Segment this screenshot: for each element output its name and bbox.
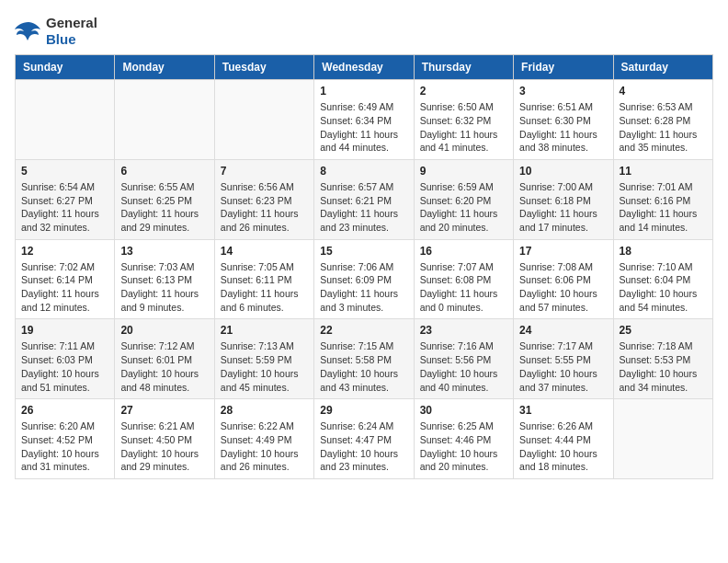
day-number: 27 [120, 404, 208, 417]
day-number: 31 [519, 404, 607, 417]
day-number: 19 [21, 324, 108, 337]
day-header-saturday: Saturday [613, 55, 712, 80]
day-info: Sunrise: 6:50 AMSunset: 6:32 PMDaylight:… [420, 100, 507, 155]
day-number: 20 [120, 324, 208, 337]
day-number: 29 [320, 404, 407, 417]
day-number: 10 [519, 165, 607, 178]
calendar-cell: 22Sunrise: 7:15 AMSunset: 5:58 PMDayligh… [314, 319, 414, 399]
calendar-cell: 29Sunrise: 6:24 AMSunset: 4:47 PMDayligh… [314, 399, 414, 479]
day-number: 17 [519, 245, 607, 258]
day-info: Sunrise: 7:11 AMSunset: 6:03 PMDaylight:… [21, 339, 108, 394]
day-info: Sunrise: 7:12 AMSunset: 6:01 PMDaylight:… [120, 339, 208, 394]
calendar-header-row: SundayMondayTuesdayWednesdayThursdayFrid… [16, 55, 713, 80]
calendar-cell: 12Sunrise: 7:02 AMSunset: 6:14 PMDayligh… [16, 239, 115, 319]
day-header-tuesday: Tuesday [214, 55, 313, 80]
day-info: Sunrise: 6:24 AMSunset: 4:47 PMDaylight:… [320, 419, 407, 474]
day-info: Sunrise: 7:16 AMSunset: 5:56 PMDaylight:… [420, 339, 507, 394]
calendar-week-row: 12Sunrise: 7:02 AMSunset: 6:14 PMDayligh… [16, 239, 713, 319]
calendar-cell: 16Sunrise: 7:07 AMSunset: 6:08 PMDayligh… [414, 239, 513, 319]
calendar-cell: 7Sunrise: 6:56 AMSunset: 6:23 PMDaylight… [214, 159, 313, 239]
calendar-week-row: 5Sunrise: 6:54 AMSunset: 6:27 PMDaylight… [16, 159, 713, 239]
day-info: Sunrise: 6:55 AMSunset: 6:25 PMDaylight:… [120, 180, 208, 235]
day-number: 22 [320, 324, 407, 337]
day-info: Sunrise: 6:49 AMSunset: 6:34 PMDaylight:… [320, 100, 407, 155]
day-number: 23 [420, 324, 507, 337]
calendar-cell: 9Sunrise: 6:59 AMSunset: 6:20 PMDaylight… [414, 159, 513, 239]
calendar-cell: 20Sunrise: 7:12 AMSunset: 6:01 PMDayligh… [115, 319, 214, 399]
calendar-cell: 10Sunrise: 7:00 AMSunset: 6:18 PMDayligh… [514, 159, 613, 239]
day-number: 16 [420, 245, 507, 258]
day-number: 11 [620, 165, 707, 178]
logo: General Blue [15, 15, 97, 47]
day-info: Sunrise: 6:57 AMSunset: 6:21 PMDaylight:… [320, 180, 407, 235]
day-number: 3 [519, 85, 607, 98]
day-info: Sunrise: 7:13 AMSunset: 5:59 PMDaylight:… [221, 339, 308, 394]
calendar-cell: 17Sunrise: 7:08 AMSunset: 6:06 PMDayligh… [514, 239, 613, 319]
day-number: 30 [420, 404, 507, 417]
day-info: Sunrise: 7:15 AMSunset: 5:58 PMDaylight:… [320, 339, 407, 394]
calendar-cell: 15Sunrise: 7:06 AMSunset: 6:09 PMDayligh… [314, 239, 414, 319]
calendar-cell [115, 80, 214, 160]
day-header-friday: Friday [514, 55, 613, 80]
day-info: Sunrise: 6:22 AMSunset: 4:49 PMDaylight:… [221, 419, 308, 474]
day-info: Sunrise: 6:54 AMSunset: 6:27 PMDaylight:… [21, 180, 108, 235]
day-number: 2 [420, 85, 507, 98]
day-info: Sunrise: 6:59 AMSunset: 6:20 PMDaylight:… [420, 180, 507, 235]
day-info: Sunrise: 7:18 AMSunset: 5:53 PMDaylight:… [620, 339, 707, 394]
day-number: 15 [320, 245, 407, 258]
day-info: Sunrise: 7:07 AMSunset: 6:08 PMDaylight:… [420, 260, 507, 315]
day-info: Sunrise: 7:03 AMSunset: 6:13 PMDaylight:… [120, 260, 208, 315]
calendar-cell: 19Sunrise: 7:11 AMSunset: 6:03 PMDayligh… [16, 319, 115, 399]
logo-blue-text: Blue [46, 31, 76, 47]
calendar-cell: 26Sunrise: 6:20 AMSunset: 4:52 PMDayligh… [16, 399, 115, 479]
day-number: 26 [21, 404, 108, 417]
calendar-cell: 30Sunrise: 6:25 AMSunset: 4:46 PMDayligh… [414, 399, 513, 479]
day-number: 4 [620, 85, 707, 98]
day-info: Sunrise: 6:25 AMSunset: 4:46 PMDaylight:… [420, 419, 507, 474]
calendar-week-row: 19Sunrise: 7:11 AMSunset: 6:03 PMDayligh… [16, 319, 713, 399]
day-number: 14 [221, 245, 308, 258]
day-info: Sunrise: 6:21 AMSunset: 4:50 PMDaylight:… [120, 419, 208, 474]
day-number: 6 [120, 165, 208, 178]
day-info: Sunrise: 6:26 AMSunset: 4:44 PMDaylight:… [519, 419, 607, 474]
day-header-monday: Monday [115, 55, 214, 80]
day-info: Sunrise: 6:56 AMSunset: 6:23 PMDaylight:… [221, 180, 308, 235]
day-number: 25 [620, 324, 707, 337]
day-number: 18 [620, 245, 707, 258]
calendar-week-row: 1Sunrise: 6:49 AMSunset: 6:34 PMDaylight… [16, 80, 713, 160]
calendar-cell: 8Sunrise: 6:57 AMSunset: 6:21 PMDaylight… [314, 159, 414, 239]
day-info: Sunrise: 7:08 AMSunset: 6:06 PMDaylight:… [519, 260, 607, 315]
calendar-week-row: 26Sunrise: 6:20 AMSunset: 4:52 PMDayligh… [16, 399, 713, 479]
day-info: Sunrise: 7:17 AMSunset: 5:55 PMDaylight:… [519, 339, 607, 394]
day-info: Sunrise: 7:05 AMSunset: 6:11 PMDaylight:… [221, 260, 308, 315]
day-info: Sunrise: 6:51 AMSunset: 6:30 PMDaylight:… [519, 100, 607, 155]
logo-bird-icon [15, 20, 42, 42]
calendar-cell: 18Sunrise: 7:10 AMSunset: 6:04 PMDayligh… [613, 239, 712, 319]
day-header-sunday: Sunday [16, 55, 115, 80]
calendar-cell: 13Sunrise: 7:03 AMSunset: 6:13 PMDayligh… [115, 239, 214, 319]
logo-general-text: General [46, 15, 97, 30]
day-header-wednesday: Wednesday [314, 55, 414, 80]
calendar-cell [613, 399, 712, 479]
calendar-cell: 24Sunrise: 7:17 AMSunset: 5:55 PMDayligh… [514, 319, 613, 399]
day-info: Sunrise: 6:53 AMSunset: 6:28 PMDaylight:… [620, 100, 707, 155]
day-info: Sunrise: 7:06 AMSunset: 6:09 PMDaylight:… [320, 260, 407, 315]
calendar-cell: 2Sunrise: 6:50 AMSunset: 6:32 PMDaylight… [414, 80, 513, 160]
calendar-cell: 6Sunrise: 6:55 AMSunset: 6:25 PMDaylight… [115, 159, 214, 239]
day-number: 8 [320, 165, 407, 178]
day-number: 28 [221, 404, 308, 417]
calendar-cell: 4Sunrise: 6:53 AMSunset: 6:28 PMDaylight… [613, 80, 712, 160]
calendar-cell: 23Sunrise: 7:16 AMSunset: 5:56 PMDayligh… [414, 319, 513, 399]
day-number: 5 [21, 165, 108, 178]
day-number: 12 [21, 245, 108, 258]
calendar-cell [16, 80, 115, 160]
calendar-table: SundayMondayTuesdayWednesdayThursdayFrid… [15, 54, 713, 479]
page-header: General Blue [15, 15, 713, 47]
day-number: 24 [519, 324, 607, 337]
day-number: 9 [420, 165, 507, 178]
day-number: 21 [221, 324, 308, 337]
calendar-cell: 28Sunrise: 6:22 AMSunset: 4:49 PMDayligh… [214, 399, 313, 479]
calendar-cell: 5Sunrise: 6:54 AMSunset: 6:27 PMDaylight… [16, 159, 115, 239]
calendar-cell: 3Sunrise: 6:51 AMSunset: 6:30 PMDaylight… [514, 80, 613, 160]
calendar-cell: 21Sunrise: 7:13 AMSunset: 5:59 PMDayligh… [214, 319, 313, 399]
